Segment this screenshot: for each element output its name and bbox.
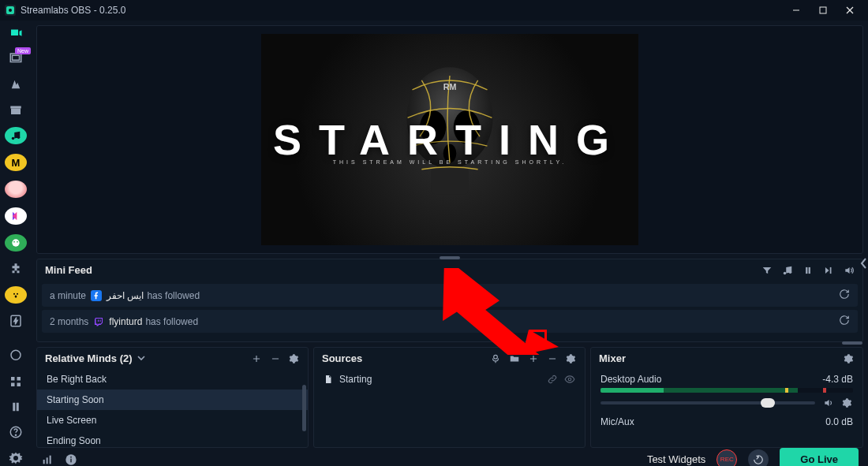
svg-rect-55 (47, 457, 48, 464)
close-button[interactable] (836, 0, 863, 21)
svg-rect-7 (13, 56, 20, 61)
scenes-panel: Relative Minds (2) Be Right BackStarting… (36, 347, 309, 448)
sidebar-avatar-6[interactable] (5, 286, 27, 304)
mixer-volume-slider[interactable] (600, 401, 815, 404)
facebook-icon (91, 290, 102, 301)
sidebar-avatar-3[interactable] (5, 181, 27, 198)
scene-item[interactable]: Live Screen (37, 410, 308, 431)
svg-rect-54 (43, 460, 45, 464)
svg-rect-23 (11, 382, 15, 386)
scenes-remove-icon[interactable] (270, 353, 281, 364)
minifeed-name: ایس احفر (107, 290, 144, 301)
svg-point-14 (17, 241, 18, 243)
scene-item[interactable]: Ending Soon (37, 431, 308, 447)
minifeed-action: has followed (147, 290, 200, 301)
test-widgets-button[interactable]: Test Widgets (647, 453, 705, 465)
scenes-scrollbar[interactable] (302, 385, 306, 431)
svg-point-36 (789, 270, 792, 274)
minifeed-resize-handle[interactable] (842, 341, 862, 345)
footer-bar: Test Widgets REC Go Live (32, 448, 868, 466)
svg-rect-58 (70, 458, 71, 462)
svg-point-1 (9, 9, 12, 12)
sources-settings-icon[interactable] (566, 353, 577, 364)
preview-resize-handle[interactable] (440, 256, 460, 259)
minifeed-pause-icon[interactable] (803, 265, 814, 276)
svg-rect-40 (98, 319, 99, 322)
svg-rect-37 (806, 267, 807, 273)
minimize-button[interactable] (783, 0, 810, 21)
svg-text:RM: RM (443, 82, 457, 91)
svg-point-59 (70, 456, 72, 457)
window-title: Streamlabs OBS - 0.25.0 (21, 5, 125, 16)
sidebar-editor-icon[interactable] (6, 25, 26, 41)
scene-preview: RM STARTING THIS STREAM WILL BE STARTING… (261, 34, 638, 245)
sidebar-themes-icon[interactable] (6, 76, 26, 92)
sidebar-help-icon[interactable] (6, 424, 26, 440)
record-button[interactable]: REC (716, 449, 737, 467)
scenes-settings-icon[interactable] (289, 353, 300, 364)
sidebar-avatar-1[interactable] (5, 127, 27, 144)
source-file-icon (324, 375, 333, 384)
sidebar-grid-icon[interactable] (6, 374, 26, 390)
sidebar-pause-icon[interactable] (6, 399, 26, 415)
mixer-channel-name: Desktop Audio (600, 374, 822, 385)
sidebar-avatar-5[interactable] (5, 234, 27, 252)
sidebar-chat-icon[interactable] (6, 348, 26, 363)
svg-rect-26 (17, 403, 19, 412)
scenes-dropdown-icon[interactable] (137, 352, 145, 364)
svg-rect-22 (17, 377, 21, 381)
go-live-button[interactable]: Go Live (780, 448, 859, 466)
svg-point-13 (13, 241, 15, 243)
source-item[interactable]: Starting (314, 369, 585, 390)
minifeed-filter-icon[interactable] (761, 265, 773, 276)
replay-buffer-button[interactable] (748, 449, 769, 467)
svg-point-18 (15, 295, 17, 297)
scene-item[interactable]: Be Right Back (37, 369, 308, 390)
sidebar-appstore-icon[interactable] (6, 102, 26, 117)
minifeed-repeat-icon[interactable] (839, 289, 850, 302)
mixer-settings-icon[interactable] (844, 353, 855, 364)
sidebar-avatar-2[interactable]: M (5, 154, 27, 171)
maximize-button[interactable] (810, 0, 836, 21)
sidebar-layouts-icon[interactable]: New (6, 50, 26, 66)
svg-rect-24 (17, 382, 21, 386)
svg-rect-3 (820, 7, 826, 13)
minifeed-repeat-icon[interactable] (839, 315, 850, 328)
svg-point-28 (15, 435, 16, 436)
sidebar-settings-icon[interactable] (6, 450, 26, 466)
sidebar-avatar-4[interactable] (5, 207, 27, 225)
svg-rect-21 (11, 377, 15, 381)
sidebar-bolt-icon[interactable] (6, 313, 26, 329)
svg-point-51 (568, 378, 571, 381)
collapse-right-icon[interactable] (860, 257, 868, 273)
svg-rect-41 (100, 319, 101, 322)
preview-panel[interactable]: RM STARTING THIS STREAM WILL BE STARTING… (36, 25, 863, 254)
minifeed-age: 2 months (50, 316, 88, 327)
svg-point-15 (12, 291, 21, 300)
main-content: RM STARTING THIS STREAM WILL BE STARTING… (32, 21, 868, 466)
minifeed-skip-icon[interactable] (823, 265, 834, 276)
scenes-add-icon[interactable] (251, 353, 262, 364)
footer-info-icon[interactable] (65, 453, 77, 466)
twitch-icon (93, 316, 104, 327)
sources-title: Sources (322, 352, 362, 364)
minifeed-title: Mini Feed (45, 264, 92, 276)
minifeed-volume-icon[interactable] (844, 265, 855, 276)
mixer-mute-icon[interactable] (823, 397, 834, 408)
footer-stats-icon[interactable] (41, 453, 54, 466)
sidebar-puzzle-icon[interactable] (6, 261, 26, 277)
svg-point-9 (17, 136, 21, 140)
minifeed-music-icon[interactable] (782, 265, 793, 276)
scene-item[interactable]: Starting Soon (37, 390, 308, 410)
mixer-channel-settings-icon[interactable] (842, 397, 853, 408)
svg-point-35 (784, 271, 787, 274)
preview-headline: STARTING (273, 115, 627, 164)
svg-rect-25 (13, 403, 15, 412)
source-link-icon[interactable] (547, 374, 558, 385)
app-icon (5, 5, 16, 16)
svg-point-16 (13, 293, 15, 295)
mixer-panel: Mixer Desktop Audio -4.3 dB (590, 347, 863, 448)
mixer-title: Mixer (599, 352, 626, 364)
source-visibility-icon[interactable] (564, 374, 575, 385)
scenes-title: Relative Minds (2) (45, 352, 133, 364)
